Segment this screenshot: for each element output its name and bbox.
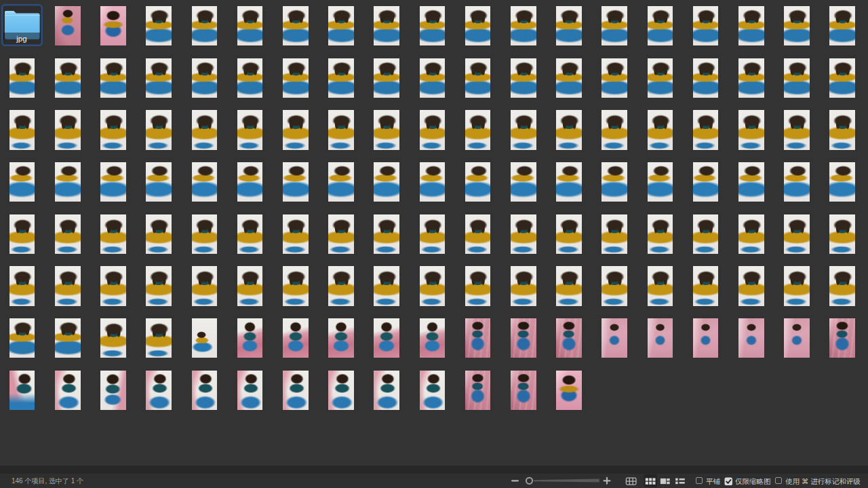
svg-text:jpg: jpg — [16, 35, 26, 43]
